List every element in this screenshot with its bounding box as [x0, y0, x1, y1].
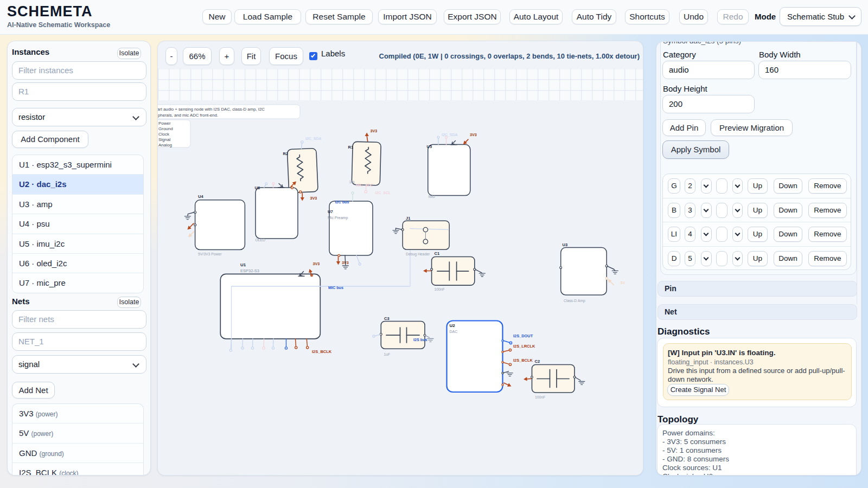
svg-text:3V3: 3V3: [470, 132, 477, 137]
svg-text:3V3: 3V3: [371, 129, 378, 133]
svg-text:Signal: Signal: [158, 137, 170, 142]
svg-text:Ground: Ground: [158, 126, 173, 131]
svg-text:C3: C3: [384, 316, 390, 321]
svg-text:OLED: OLED: [256, 238, 266, 242]
svg-text:I2C bus: I2C bus: [335, 200, 349, 204]
svg-text:U2: U2: [450, 323, 456, 328]
svg-text:100nF: 100nF: [435, 287, 445, 291]
svg-text:I2C_SDA: I2C_SDA: [442, 133, 458, 137]
svg-text:I2C_SCL: I2C_SCL: [375, 191, 392, 195]
svg-text:U5: U5: [427, 144, 432, 149]
svg-text:J1: J1: [406, 216, 410, 221]
svg-text:5V: 5V: [621, 281, 626, 285]
svg-text:peripherals, and mic ADC front: peripherals, and mic ADC front-end.: [158, 113, 218, 118]
svg-text:U4: U4: [198, 194, 203, 199]
svg-text:I2S_DOUT: I2S_DOUT: [513, 333, 533, 338]
svg-text:ESP32-S3: ESP32-S3: [240, 268, 259, 273]
svg-text:U3: U3: [563, 242, 568, 247]
svg-text:U6: U6: [255, 185, 260, 190]
svg-text:I2C_SDA: I2C_SDA: [305, 137, 322, 140]
svg-text:U1: U1: [240, 262, 246, 267]
svg-text:MIC bus: MIC bus: [328, 285, 343, 290]
svg-text:Mic Preamp: Mic Preamp: [328, 216, 348, 220]
svg-text:R1: R1: [348, 145, 354, 150]
svg-text:Smart audio + sensing node wit: Smart audio + sensing node with I2S DAC,…: [158, 107, 265, 112]
svg-text:Clock: Clock: [158, 132, 170, 137]
svg-text:DAC: DAC: [450, 330, 458, 333]
svg-text:Power: Power: [158, 121, 171, 126]
svg-text:I2S_BCLK: I2S_BCLK: [513, 358, 533, 363]
svg-text:I2S_BCLK: I2S_BCLK: [312, 349, 332, 354]
svg-text:I2S_LRCLK: I2S_LRCLK: [513, 344, 535, 349]
svg-text:R2: R2: [283, 151, 289, 156]
svg-text:I2S bus: I2S bus: [413, 337, 427, 342]
svg-text:U7: U7: [328, 209, 333, 214]
svg-text:C2: C2: [535, 359, 540, 364]
svg-text:3V3: 3V3: [313, 261, 320, 266]
svg-text:100nF: 100nF: [535, 395, 545, 399]
svg-text:5V/3V3 Power: 5V/3V3 Power: [198, 252, 222, 256]
svg-text:IMU: IMU: [429, 195, 436, 198]
svg-text:Analog: Analog: [158, 143, 172, 147]
svg-text:Debug Header: Debug Header: [406, 252, 430, 256]
svg-text:MIC_ADC: MIC_ADC: [356, 183, 373, 187]
svg-text:10k: 10k: [349, 180, 355, 184]
svg-text:1uF: 1uF: [384, 352, 391, 356]
svg-text:C1: C1: [435, 251, 440, 256]
svg-text:3V3: 3V3: [310, 196, 317, 201]
svg-text:Class-D Amp: Class-D Amp: [564, 299, 585, 303]
